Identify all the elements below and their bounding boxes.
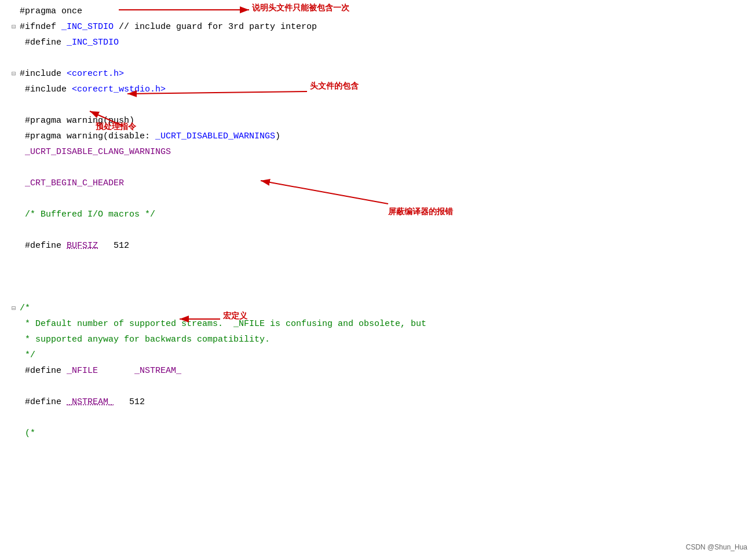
code-line-10: _UCRT_DISABLE_CLANG_WARNINGS — [12, 145, 744, 161]
annotation-include: 头文件的包含 — [310, 81, 359, 91]
code-text: /* Buffered I/O macros */ — [20, 208, 155, 222]
code-line-24: #define _NFILE _NSTREAM_ — [12, 364, 744, 380]
empty-line — [12, 52, 744, 67]
code-line-20: ⊟ /* — [12, 302, 744, 317]
code-line-28: (* — [12, 427, 744, 442]
code-area: #pragma once ⊟ #ifndef _INC_STDIO // inc… — [0, 0, 756, 454]
code-text: #pragma warning(disable: _UCRT_DISABLED_… — [20, 130, 280, 144]
code-line-1: #pragma once — [12, 5, 744, 20]
code-line-3: #define _INC_STDIO — [12, 36, 744, 52]
empty-line — [12, 286, 744, 302]
collapse-icon: ⊟ — [12, 22, 19, 34]
code-text: #define BUFSIZ 512 — [20, 239, 129, 254]
annotation-preprocessor: 预处理指令 — [96, 122, 136, 132]
empty-line — [12, 98, 744, 114]
empty-line — [12, 255, 744, 270]
code-text: #include <corecrt_wstdio.h> — [20, 83, 166, 97]
code-line-2: ⊟ #ifndef _INC_STDIO // include guard fo… — [12, 20, 744, 36]
code-text: * supported anyway for backwards compati… — [20, 333, 270, 347]
empty-line — [12, 411, 744, 427]
code-line-9: #pragma warning(disable: _UCRT_DISABLED_… — [12, 130, 744, 145]
code-text: (* — [20, 427, 35, 441]
empty-line — [12, 270, 744, 286]
empty-line — [12, 223, 744, 239]
annotation-once: 说明头文件只能被包含一次 — [252, 3, 349, 13]
code-text: */ — [20, 349, 35, 363]
code-text: /* — [20, 302, 30, 316]
collapse-icon: ⊟ — [12, 303, 19, 315]
annotation-macro: 宏定义 — [223, 311, 247, 321]
code-line-5: ⊟ #include <corecrt.h> — [12, 67, 744, 83]
code-line-21: * Default number of supported streams. _… — [12, 317, 744, 333]
code-text: #define _NFILE _NSTREAM_ — [20, 364, 181, 379]
code-text: #define _NSTREAM_ 512 — [20, 395, 145, 410]
empty-line — [12, 192, 744, 208]
code-line-22: * supported anyway for backwards compati… — [12, 333, 744, 349]
code-line-26: #define _NSTREAM_ 512 — [12, 395, 744, 411]
empty-line — [12, 161, 744, 177]
code-text: #ifndef _INC_STDIO // include guard for … — [20, 20, 317, 35]
code-line-12: _CRT_BEGIN_C_HEADER — [12, 177, 744, 192]
code-text: _UCRT_DISABLE_CLANG_WARNINGS — [20, 145, 171, 160]
code-text: #define _INC_STDIO — [20, 36, 119, 50]
collapse-icon: ⊟ — [12, 69, 19, 80]
code-line-23: */ — [12, 349, 744, 364]
code-line-6: #include <corecrt_wstdio.h> — [12, 83, 744, 98]
code-text: _CRT_BEGIN_C_HEADER — [20, 177, 124, 191]
watermark: CSDN @Shun_Hua — [686, 543, 747, 551]
empty-line — [12, 380, 744, 395]
annotation-warning: 屏蔽编译器的报错 — [388, 207, 453, 217]
code-text: #include <corecrt.h> — [20, 67, 124, 82]
code-line-16: #define BUFSIZ 512 — [12, 239, 744, 255]
code-text: #pragma once — [20, 5, 82, 19]
code-line-14: /* Buffered I/O macros */ — [12, 208, 744, 223]
